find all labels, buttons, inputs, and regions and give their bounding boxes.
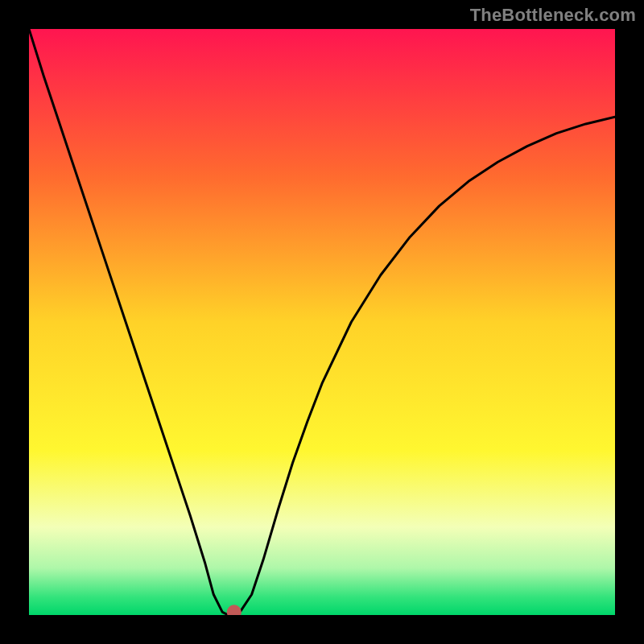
- plot-svg: [29, 29, 615, 615]
- gradient-background: [29, 29, 615, 615]
- plot-area: [29, 29, 615, 615]
- chart-frame: TheBottleneck.com: [0, 0, 644, 644]
- watermark-text: TheBottleneck.com: [470, 5, 636, 26]
